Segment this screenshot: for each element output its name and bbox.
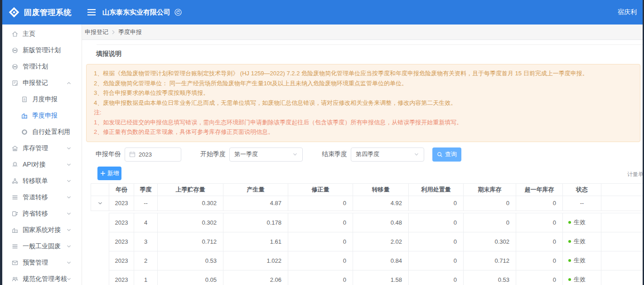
chevron-down-icon [66, 244, 72, 249]
header-cell-produced: 产生量 [223, 184, 288, 196]
status-dot [568, 259, 571, 262]
notice-line: 1、根据《危险废物管理计划和管理台账制定技术导则》 (HJ 1259—2022)… [94, 69, 633, 79]
sidebar-item-home[interactable]: 主页 [0, 26, 82, 42]
status-dot [568, 221, 571, 224]
header-cell-over_year: 超一年库存 [516, 184, 563, 196]
breadcrumb-item[interactable]: 申报登记 [85, 28, 108, 36]
sidebar-item-label: 跨省转移 [23, 210, 48, 218]
user-name[interactable]: 宿庆利 [618, 8, 644, 16]
sidebar-menu: 主页新版管理计划管理计划申报登记月月度申报季度申报自行处置利用库存管理API对接… [0, 26, 82, 285]
year-input[interactable]: 2023 [125, 147, 181, 162]
header-cell-corrected: 修正量 [288, 184, 353, 196]
notice-line: 4、废物申报数据是由本单位日常业务汇总而成，无需单位填写，如废物汇总信息错误，请… [94, 98, 633, 108]
cell-transferred: 1.58 [353, 270, 409, 285]
section-divider [97, 44, 644, 45]
start-quarter-select[interactable]: 第一季度 [229, 147, 303, 162]
cell-prev_storage: 0.302 [158, 213, 223, 232]
chevron-down-icon [66, 276, 72, 282]
cell-disposed: 0 [409, 270, 464, 285]
cell-year: 2023 [109, 251, 134, 270]
notice-line: 2、修正量有负数的是正常现象，具体可参考库存修正页面说明信息。 [94, 127, 633, 137]
chevron-down-icon [292, 152, 298, 157]
start-quarter-label: 开始季度 [200, 150, 226, 158]
sidebar-item-api-integration[interactable]: API对接 [0, 157, 82, 173]
chevron-down-icon [66, 211, 72, 216]
sidebar-item-new-management-plan[interactable]: 新版管理计划 [0, 42, 82, 59]
cell-quarter: 2 [134, 251, 158, 270]
cell-quarter: 4 [134, 213, 158, 232]
cell-produced: 1.022 [223, 251, 288, 270]
cell-over_year: 0 [516, 251, 563, 270]
cell-produced: 1.61 [223, 232, 288, 251]
plan-icon [11, 63, 19, 70]
topbar: 固废管理系统 山东泰东实业有限公司 宿庆利 [0, 0, 644, 25]
sidebar-item-self-disposal[interactable]: 自行处置利用 [0, 124, 82, 140]
status-label: 生效 [574, 275, 586, 284]
cell-disposed: 0 [409, 213, 464, 232]
summary-cell-extra [601, 196, 644, 211]
table-row: 202330.7121.6102.0200.3020生效 [109, 232, 644, 251]
hamburger-menu-icon[interactable] [87, 9, 96, 16]
expand-row-icon[interactable] [97, 201, 103, 206]
sidebar-item-transfer-manifest[interactable]: 转移联单 [0, 173, 82, 189]
notice-line: 3、符合申报要求的单位按季度按顺序填报。 [94, 88, 633, 98]
warehouse-icon [11, 145, 19, 152]
cell-extra [601, 270, 644, 285]
chevron-right-icon [111, 30, 115, 34]
sidebar-item-label: 国家系统对接 [23, 226, 61, 234]
cell-transferred: 2.02 [353, 232, 409, 251]
sidebar-item-monthly-declaration[interactable]: 月月度申报 [0, 91, 82, 108]
status-dot [568, 278, 571, 281]
summary-cell-transferred: 4.92 [353, 196, 409, 211]
status-label: 生效 [574, 237, 586, 246]
sidebar-item-standardized-assessment[interactable]: 规范化管理考核 [0, 271, 82, 285]
end-quarter-select[interactable]: 第四季度 [351, 147, 424, 162]
sidebar-item-declaration-register[interactable]: 申报登记 [0, 75, 82, 91]
summary-cell-year: 2023 [109, 196, 134, 211]
end-quarter-label: 结束季度 [322, 150, 347, 158]
cell-corrected: 0 [288, 251, 353, 270]
summary-cell-produced: 4.87 [223, 196, 288, 211]
sidebar-item-inventory-management[interactable]: 库存管理 [0, 140, 82, 157]
sidebar-item-pipeline-transfer[interactable]: 管道转移 [0, 189, 82, 206]
sidebar-item-quarterly-declaration[interactable]: 季度申报 [0, 108, 82, 124]
sidebar-item-warning-management[interactable]: 预警管理 [0, 255, 82, 271]
chevron-down-icon [66, 260, 72, 265]
summary-cell-over_year: 0 [516, 196, 563, 211]
quarter-sub-table: 202340.3020.17800.48000生效202330.7121.610… [109, 213, 644, 285]
sidebar-item-label: 月度申报 [32, 95, 58, 103]
cell-status: 生效 [563, 213, 601, 232]
cell-prev_storage: 0.05 [158, 270, 223, 285]
sidebar-item-cross-province-transfer[interactable]: 跨省转移 [0, 206, 82, 222]
refresh-icon[interactable] [174, 9, 182, 16]
sidebar-item-management-plan[interactable]: 管理计划 [0, 59, 82, 75]
month-icon: 月 [21, 96, 28, 103]
cell-prev_storage: 0.53 [158, 251, 223, 270]
end-quarter-value: 第四季度 [356, 150, 379, 158]
table-summary-row: 2023--0.3024.8704.92000-- [91, 196, 644, 211]
summary-cell-corrected: 0 [288, 196, 353, 211]
register-icon [11, 79, 19, 87]
search-button[interactable]: 查询 [432, 147, 461, 162]
cell-corrected: 0 [288, 213, 353, 232]
sidebar-item-label: 预警管理 [23, 259, 48, 267]
api-icon [11, 161, 19, 168]
table-row: 202310.052.0601.5800.530生效 [109, 270, 644, 285]
sidebar-item-label: 一般工业固废 [23, 242, 61, 251]
cell-disposed: 0 [409, 232, 464, 251]
add-button[interactable]: 新增 [97, 167, 121, 180]
cell-disposed: 0 [409, 251, 464, 270]
cell-corrected: 0 [288, 232, 353, 251]
sidebar-item-label: 申报登记 [23, 79, 48, 87]
sidebar-item-national-system[interactable]: 国家系统对接 [0, 222, 82, 238]
cell-end_stock: 0.53 [464, 270, 516, 285]
filter-row: 申报年份 2023 开始季度 第一季度 结束季度 第四季度 [82, 147, 644, 162]
sidebar-item-general-industrial-waste[interactable]: 一般工业固废 [0, 238, 82, 255]
cell-produced: 0.178 [223, 213, 288, 232]
expand-cell [91, 196, 109, 211]
sidebar-item-label: 规范化管理考核 [23, 275, 67, 283]
start-quarter-value: 第一季度 [234, 150, 258, 158]
header-cell-disposed: 利用处置量 [409, 184, 464, 196]
sidebar-item-label: API对接 [23, 161, 46, 169]
cell-produced: 2.06 [223, 270, 288, 285]
